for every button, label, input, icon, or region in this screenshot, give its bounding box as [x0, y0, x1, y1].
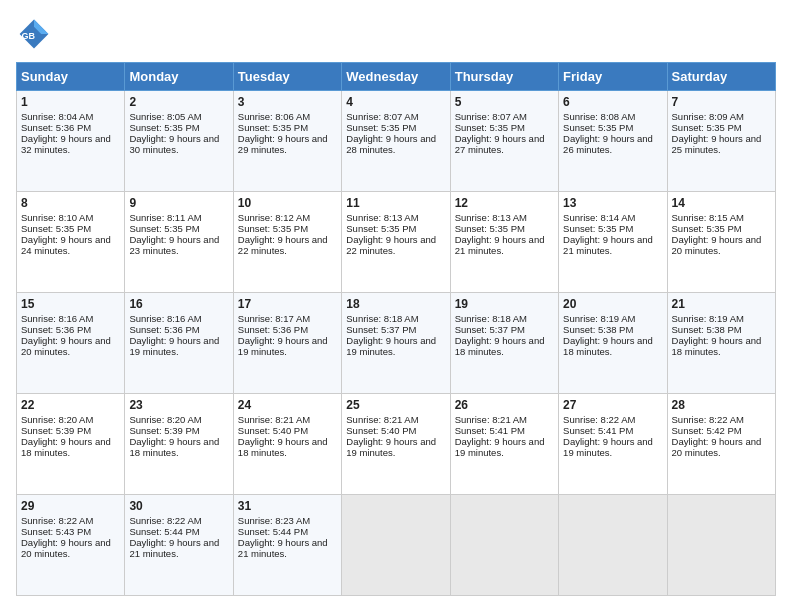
- sunrise: Sunrise: 8:14 AM: [563, 212, 635, 223]
- sunset: Sunset: 5:35 PM: [346, 122, 416, 133]
- day-number: 28: [672, 398, 771, 412]
- day-number: 8: [21, 196, 120, 210]
- daylight: Daylight: 9 hours and 21 minutes.: [238, 537, 328, 559]
- calendar-cell: [667, 495, 775, 596]
- daylight: Daylight: 9 hours and 20 minutes.: [21, 537, 111, 559]
- col-header-wednesday: Wednesday: [342, 63, 450, 91]
- sunset: Sunset: 5:35 PM: [129, 122, 199, 133]
- sunset: Sunset: 5:36 PM: [238, 324, 308, 335]
- calendar-cell: 31Sunrise: 8:23 AMSunset: 5:44 PMDayligh…: [233, 495, 341, 596]
- calendar-cell: [559, 495, 667, 596]
- header: GB: [16, 16, 776, 52]
- sunset: Sunset: 5:39 PM: [129, 425, 199, 436]
- calendar-cell: 12Sunrise: 8:13 AMSunset: 5:35 PMDayligh…: [450, 192, 558, 293]
- day-number: 1: [21, 95, 120, 109]
- calendar-cell: 2Sunrise: 8:05 AMSunset: 5:35 PMDaylight…: [125, 91, 233, 192]
- sunrise: Sunrise: 8:20 AM: [129, 414, 201, 425]
- daylight: Daylight: 9 hours and 20 minutes.: [21, 335, 111, 357]
- sunset: Sunset: 5:35 PM: [21, 223, 91, 234]
- day-number: 5: [455, 95, 554, 109]
- sunset: Sunset: 5:35 PM: [455, 122, 525, 133]
- page: GB SundayMondayTuesdayWednesdayThursdayF…: [0, 0, 792, 612]
- sunset: Sunset: 5:40 PM: [238, 425, 308, 436]
- daylight: Daylight: 9 hours and 19 minutes.: [346, 335, 436, 357]
- day-number: 10: [238, 196, 337, 210]
- daylight: Daylight: 9 hours and 21 minutes.: [455, 234, 545, 256]
- sunset: Sunset: 5:44 PM: [129, 526, 199, 537]
- sunset: Sunset: 5:35 PM: [129, 223, 199, 234]
- sunrise: Sunrise: 8:06 AM: [238, 111, 310, 122]
- calendar-cell: 18Sunrise: 8:18 AMSunset: 5:37 PMDayligh…: [342, 293, 450, 394]
- col-header-monday: Monday: [125, 63, 233, 91]
- sunrise: Sunrise: 8:19 AM: [672, 313, 744, 324]
- daylight: Daylight: 9 hours and 18 minutes.: [563, 335, 653, 357]
- calendar-cell: 20Sunrise: 8:19 AMSunset: 5:38 PMDayligh…: [559, 293, 667, 394]
- day-number: 3: [238, 95, 337, 109]
- col-header-friday: Friday: [559, 63, 667, 91]
- sunrise: Sunrise: 8:08 AM: [563, 111, 635, 122]
- sunrise: Sunrise: 8:13 AM: [455, 212, 527, 223]
- col-header-tuesday: Tuesday: [233, 63, 341, 91]
- sunrise: Sunrise: 8:21 AM: [238, 414, 310, 425]
- calendar-cell: 16Sunrise: 8:16 AMSunset: 5:36 PMDayligh…: [125, 293, 233, 394]
- calendar-cell: 19Sunrise: 8:18 AMSunset: 5:37 PMDayligh…: [450, 293, 558, 394]
- daylight: Daylight: 9 hours and 25 minutes.: [672, 133, 762, 155]
- daylight: Daylight: 9 hours and 32 minutes.: [21, 133, 111, 155]
- sunset: Sunset: 5:44 PM: [238, 526, 308, 537]
- sunrise: Sunrise: 8:22 AM: [563, 414, 635, 425]
- day-number: 17: [238, 297, 337, 311]
- calendar-cell: 8Sunrise: 8:10 AMSunset: 5:35 PMDaylight…: [17, 192, 125, 293]
- calendar-cell: [450, 495, 558, 596]
- sunset: Sunset: 5:37 PM: [346, 324, 416, 335]
- daylight: Daylight: 9 hours and 27 minutes.: [455, 133, 545, 155]
- sunset: Sunset: 5:35 PM: [563, 223, 633, 234]
- sunrise: Sunrise: 8:18 AM: [346, 313, 418, 324]
- sunset: Sunset: 5:35 PM: [238, 122, 308, 133]
- calendar-cell: 23Sunrise: 8:20 AMSunset: 5:39 PMDayligh…: [125, 394, 233, 495]
- day-number: 25: [346, 398, 445, 412]
- sunset: Sunset: 5:35 PM: [672, 122, 742, 133]
- day-number: 31: [238, 499, 337, 513]
- sunset: Sunset: 5:35 PM: [672, 223, 742, 234]
- calendar-cell: 7Sunrise: 8:09 AMSunset: 5:35 PMDaylight…: [667, 91, 775, 192]
- week-row-4: 22Sunrise: 8:20 AMSunset: 5:39 PMDayligh…: [17, 394, 776, 495]
- day-number: 30: [129, 499, 228, 513]
- sunrise: Sunrise: 8:11 AM: [129, 212, 201, 223]
- daylight: Daylight: 9 hours and 18 minutes.: [129, 436, 219, 458]
- sunset: Sunset: 5:35 PM: [455, 223, 525, 234]
- day-number: 9: [129, 196, 228, 210]
- daylight: Daylight: 9 hours and 30 minutes.: [129, 133, 219, 155]
- col-header-sunday: Sunday: [17, 63, 125, 91]
- week-row-3: 15Sunrise: 8:16 AMSunset: 5:36 PMDayligh…: [17, 293, 776, 394]
- sunset: Sunset: 5:35 PM: [346, 223, 416, 234]
- sunset: Sunset: 5:37 PM: [455, 324, 525, 335]
- sunrise: Sunrise: 8:22 AM: [672, 414, 744, 425]
- daylight: Daylight: 9 hours and 21 minutes.: [563, 234, 653, 256]
- sunset: Sunset: 5:41 PM: [563, 425, 633, 436]
- calendar-cell: 29Sunrise: 8:22 AMSunset: 5:43 PMDayligh…: [17, 495, 125, 596]
- day-number: 20: [563, 297, 662, 311]
- sunrise: Sunrise: 8:09 AM: [672, 111, 744, 122]
- daylight: Daylight: 9 hours and 19 minutes.: [129, 335, 219, 357]
- sunrise: Sunrise: 8:12 AM: [238, 212, 310, 223]
- day-number: 15: [21, 297, 120, 311]
- day-number: 16: [129, 297, 228, 311]
- daylight: Daylight: 9 hours and 18 minutes.: [455, 335, 545, 357]
- daylight: Daylight: 9 hours and 18 minutes.: [238, 436, 328, 458]
- week-row-1: 1Sunrise: 8:04 AMSunset: 5:36 PMDaylight…: [17, 91, 776, 192]
- sunrise: Sunrise: 8:18 AM: [455, 313, 527, 324]
- calendar-cell: 4Sunrise: 8:07 AMSunset: 5:35 PMDaylight…: [342, 91, 450, 192]
- day-number: 27: [563, 398, 662, 412]
- day-number: 29: [21, 499, 120, 513]
- calendar-cell: 17Sunrise: 8:17 AMSunset: 5:36 PMDayligh…: [233, 293, 341, 394]
- sunset: Sunset: 5:38 PM: [563, 324, 633, 335]
- calendar-header-row: SundayMondayTuesdayWednesdayThursdayFrid…: [17, 63, 776, 91]
- sunset: Sunset: 5:35 PM: [238, 223, 308, 234]
- calendar-cell: 26Sunrise: 8:21 AMSunset: 5:41 PMDayligh…: [450, 394, 558, 495]
- col-header-thursday: Thursday: [450, 63, 558, 91]
- sunrise: Sunrise: 8:21 AM: [455, 414, 527, 425]
- day-number: 6: [563, 95, 662, 109]
- calendar-cell: 10Sunrise: 8:12 AMSunset: 5:35 PMDayligh…: [233, 192, 341, 293]
- sunrise: Sunrise: 8:16 AM: [129, 313, 201, 324]
- calendar-cell: 21Sunrise: 8:19 AMSunset: 5:38 PMDayligh…: [667, 293, 775, 394]
